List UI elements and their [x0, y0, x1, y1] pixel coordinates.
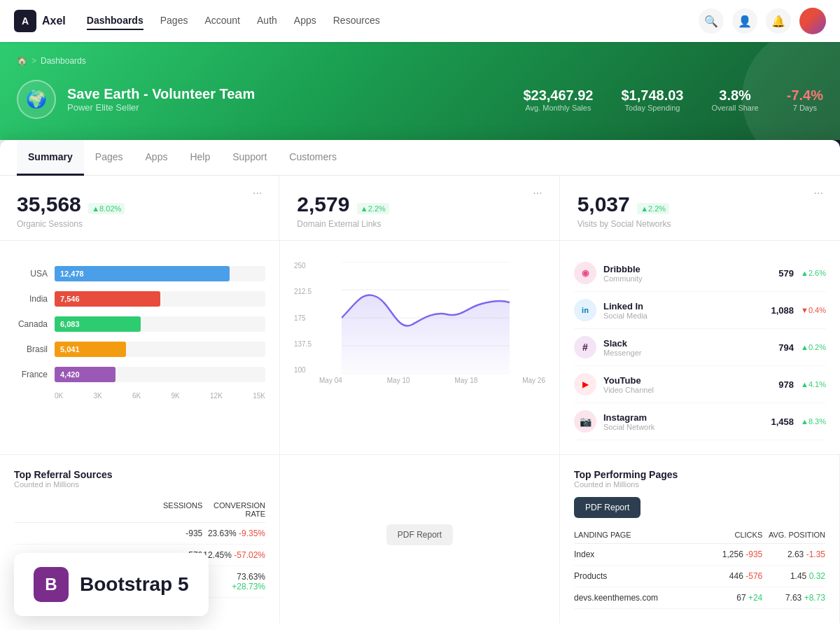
social-count: 1,088	[771, 305, 794, 316]
bar-row-canada: Canada 6,083	[14, 316, 265, 332]
table-row: devs.keenthemes.com 67 +24 7.63 +8.73	[574, 587, 825, 609]
bar-inner: 4,420	[55, 367, 115, 382]
pdf-report-button-2[interactable]: PDF Report	[574, 497, 640, 518]
metric-menu[interactable]: ···	[814, 187, 823, 200]
tab-apps[interactable]: Apps	[134, 140, 179, 176]
tab-pages[interactable]: Pages	[84, 140, 134, 176]
breadcrumb-label: Dashboards	[41, 56, 86, 66]
pdf-report-button[interactable]: PDF Report	[386, 524, 453, 545]
col-header	[14, 501, 140, 518]
metric-domain-links: 2,579 ▲2.2% ··· Domain External Links	[280, 176, 559, 240]
stat-today-spending: $1,748.03 Today Spending	[622, 88, 684, 112]
bar-outer: 5,041	[55, 342, 265, 357]
social-row-dribbble: ◉ Dribbble Community 579 ▲2.6%	[574, 255, 826, 292]
tab-summary[interactable]: Summary	[17, 140, 84, 176]
brand[interactable]: A Axel	[14, 10, 66, 32]
home-icon[interactable]: 🏠	[17, 56, 27, 66]
social-type: Community	[603, 274, 643, 283]
table-row: Products 446 -576 1.45 0.32	[574, 566, 825, 587]
charts-row: USA 12,478 India 7,546 Canada	[0, 241, 840, 455]
bar-axis: 0K3K6K9K12K15K	[14, 392, 265, 400]
social-name: Linked In	[603, 301, 648, 312]
metric-label: Visits by Social Networks	[578, 219, 823, 229]
social-type: Social Media	[603, 312, 648, 320]
profile-button[interactable]: 👤	[732, 8, 757, 34]
nav-auth[interactable]: Auth	[257, 12, 277, 30]
page-name: Products	[574, 571, 700, 581]
line-chart-x-labels: May 04May 10May 18May 26	[319, 377, 545, 384]
social-info: Slack Messenger	[603, 338, 641, 357]
stat-7days: -7.4% 7 Days	[787, 88, 823, 112]
social-change: ▲8.3%	[801, 417, 826, 426]
referral-subtitle: Counted in Millions	[14, 480, 265, 489]
breadcrumb: 🏠 > Dashboards	[17, 56, 823, 66]
rate-value: 73.63% +28.73%	[202, 572, 265, 592]
clicks-value: 1,256 -935	[700, 550, 763, 559]
nav-apps[interactable]: Apps	[294, 12, 316, 30]
metric-badge: ▲2.2%	[637, 203, 669, 214]
nav-resources[interactable]: Resources	[333, 12, 380, 30]
pos-value: 2.63 -1.35	[762, 550, 825, 559]
bar-inner: 12,478	[55, 266, 230, 281]
metric-badge: ▲8.02%	[88, 203, 125, 214]
social-row-youtube: ▶ YouTube Video Channel 978 ▲4.1%	[574, 366, 826, 403]
tab-customers[interactable]: Customers	[278, 140, 348, 176]
stat-value: 3.8%	[711, 88, 758, 104]
bar-outer: 4,420	[55, 367, 265, 382]
clicks-value: 67 +24	[700, 593, 763, 603]
bootstrap-text: Bootstrap 5	[80, 573, 189, 596]
social-change: ▲0.2%	[801, 343, 826, 351]
clicks-value: 446 -576	[700, 571, 763, 581]
social-name: Slack	[603, 338, 641, 349]
social-change: ▲2.6%	[801, 269, 826, 277]
social-count: 978	[778, 379, 794, 390]
social-row-linkedin: in Linked In Social Media 1,088 ▼0.4%	[574, 292, 826, 329]
hero-stats: $23,467.92 Avg. Monthly Sales $1,748.03 …	[523, 88, 823, 112]
metric-menu[interactable]: ···	[533, 187, 542, 200]
tab-support[interactable]: Support	[221, 140, 278, 176]
slack-icon: #	[574, 336, 596, 358]
notifications-button[interactable]: 🔔	[766, 8, 791, 34]
nav-account[interactable]: Account	[204, 12, 240, 30]
page-name: devs.keenthemes.com	[574, 593, 700, 603]
col-header-clicks: CLICKS	[700, 531, 763, 539]
stat-monthly-sales: $23,467.92 Avg. Monthly Sales	[523, 88, 593, 112]
nav-dashboards[interactable]: Dashboards	[87, 12, 144, 30]
social-info: Dribbble Community	[603, 264, 643, 283]
social-row-slack: # Slack Messenger 794 ▲0.2%	[574, 329, 826, 366]
pos-value: 1.45 0.32	[762, 571, 825, 581]
pos-value: 7.63 +8.73	[762, 593, 825, 603]
y-label: 100	[294, 366, 316, 374]
stat-label: 7 Days	[787, 104, 823, 112]
bar-chart-section: USA 12,478 India 7,546 Canada	[0, 241, 280, 454]
metric-organic-sessions: 35,568 ▲8.02% ··· Organic Sessions	[0, 176, 279, 240]
bootstrap-overlay: B Bootstrap 5	[14, 553, 209, 616]
tab-help[interactable]: Help	[178, 140, 221, 176]
table-row: -935 23.63% -9.35%	[14, 523, 265, 545]
hero-subtitle: Power Elite Seller	[67, 102, 512, 113]
bar-chart: USA 12,478 India 7,546 Canada	[14, 266, 265, 400]
brand-icon: A	[14, 10, 36, 32]
metric-social-visits: 5,037 ▲2.2% ··· Visits by Social Network…	[561, 176, 840, 240]
navbar: A Axel Dashboards Pages Account Auth App…	[0, 0, 840, 42]
social-info: Linked In Social Media	[603, 301, 648, 320]
social-name: Instagram	[603, 412, 654, 423]
bar-country-label: India	[14, 294, 48, 304]
line-chart-svg	[342, 262, 510, 374]
social-name: YouTube	[603, 375, 654, 386]
metric-value: 5,037	[578, 192, 630, 216]
instagram-icon: 📷	[574, 410, 596, 433]
social-type: Social Network	[603, 423, 654, 431]
metric-menu[interactable]: ···	[253, 187, 262, 200]
metrics-row: 35,568 ▲8.02% ··· Organic Sessions 2,579…	[0, 176, 840, 241]
avatar[interactable]	[799, 8, 826, 34]
hero-title: Save Earth - Volunteer Team	[67, 86, 512, 102]
nav-pages[interactable]: Pages	[160, 12, 188, 30]
metric-value: 2,579	[297, 192, 349, 216]
y-label: 212.5	[294, 288, 316, 295]
referral-header: SESSIONS CONVERSION RATE	[14, 497, 265, 523]
col-header-page: LANDING PAGE	[574, 531, 700, 539]
search-button[interactable]: 🔍	[699, 8, 724, 34]
bar-outer: 12,478	[55, 266, 265, 281]
table-row: Index 1,256 -935 2.63 -1.35	[574, 544, 825, 566]
